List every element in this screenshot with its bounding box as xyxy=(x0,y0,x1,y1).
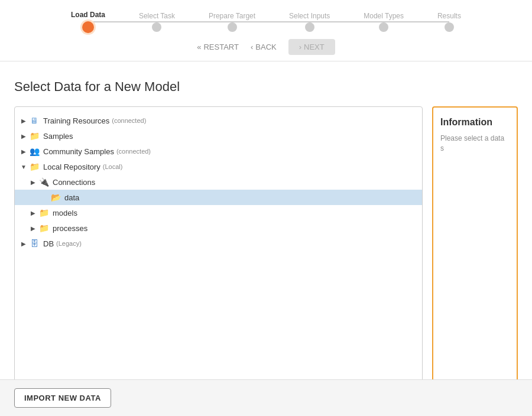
label-training-resources: Training Resources xyxy=(43,116,109,125)
step-dot-model-types xyxy=(379,22,388,32)
tree-item-samples[interactable]: ▶ 📁 Samples xyxy=(15,128,422,144)
expand-icon-db: ▶ xyxy=(20,240,28,247)
monitor-icon: 🖥 xyxy=(28,115,41,126)
label-models: models xyxy=(53,209,77,217)
wizard-bar: Load Data Select Task Prepare Target Sel… xyxy=(0,0,532,61)
restart-button[interactable]: « RESTART xyxy=(197,43,239,51)
tree-item-processes[interactable]: ▶ 📁 processes xyxy=(15,220,422,236)
wizard-steps-inner: Load Data Select Task Prepare Target Sel… xyxy=(71,11,461,33)
db-icon: 🗄 xyxy=(28,238,41,249)
step-dot-select-task xyxy=(152,22,161,32)
tree-item-local-repository[interactable]: ▼ 📁 Local Repository (Local) xyxy=(15,159,422,174)
tree-item-db-legacy[interactable]: ▶ 🗄 DB (Legacy) xyxy=(15,236,422,251)
connections-icon: 🔌 xyxy=(37,177,50,187)
back-label: BACK xyxy=(255,43,276,51)
expand-icon-connections: ▶ xyxy=(29,179,37,186)
step-prepare-target[interactable]: Prepare Target xyxy=(209,12,255,32)
page-title: Select Data for a New Model xyxy=(14,79,518,95)
tree-item-data[interactable]: 📂 data xyxy=(15,190,422,205)
label-connections: Connections xyxy=(53,178,95,187)
expand-icon-processes: ▶ xyxy=(29,225,37,232)
label-processes: processes xyxy=(53,224,87,233)
next-label: NEXT xyxy=(304,43,325,51)
label-db: DB xyxy=(43,239,54,248)
restart-label: RESTART xyxy=(203,43,238,51)
step-select-inputs[interactable]: Select Inputs xyxy=(289,12,330,32)
label-community-samples: Community Samples xyxy=(43,147,114,156)
step-label-model-types: Model Types xyxy=(364,12,404,20)
wizard-steps: Load Data Select Task Prepare Target Sel… xyxy=(12,11,520,33)
expand-icon-samples: ▶ xyxy=(20,133,28,139)
info-text: Please select a data s xyxy=(440,134,510,154)
tree-item-connections[interactable]: ▶ 🔌 Connections xyxy=(15,174,422,190)
info-title: Information xyxy=(440,117,510,128)
people-icon-community: 👥 xyxy=(28,146,41,157)
tree-item-models[interactable]: ▶ 📁 models xyxy=(15,205,422,220)
subtext-community-samples: (connected) xyxy=(116,148,151,155)
next-button[interactable]: › NEXT xyxy=(288,39,335,55)
expand-icon-models: ▶ xyxy=(29,210,37,216)
expand-icon-local: ▼ xyxy=(20,164,28,170)
expand-icon-training: ▶ xyxy=(20,118,28,124)
step-dot-prepare-target xyxy=(228,22,237,32)
step-results[interactable]: Results xyxy=(437,12,461,32)
step-label-select-inputs: Select Inputs xyxy=(289,12,330,20)
expand-icon-community: ▶ xyxy=(20,148,28,155)
next-chevron-icon: › xyxy=(299,43,301,51)
step-dot-select-inputs xyxy=(305,22,314,32)
step-model-types[interactable]: Model Types xyxy=(364,12,404,32)
subtext-training-resources: (connected) xyxy=(112,117,146,124)
bottom-bar: IMPORT NEW DATA xyxy=(0,379,532,416)
folder-icon-local: 📁 xyxy=(28,161,41,172)
folder-icon-data: 📂 xyxy=(49,192,62,203)
content-row: ▶ 🖥 Training Resources (connected) ▶ 📁 S… xyxy=(14,106,518,389)
tree-item-training-resources[interactable]: ▶ 🖥 Training Resources (connected) xyxy=(15,113,422,128)
subtext-db: (Legacy) xyxy=(56,240,82,247)
step-label-load-data: Load Data xyxy=(71,11,105,19)
tree-item-community-samples[interactable]: ▶ 👥 Community Samples (connected) xyxy=(15,144,422,159)
step-label-results: Results xyxy=(437,12,461,20)
main-content: Select Data for a New Model ▶ 🖥 Training… xyxy=(0,61,532,401)
step-dot-results xyxy=(445,22,454,32)
folder-icon-samples: 📁 xyxy=(28,131,41,141)
label-local-repository: Local Repository xyxy=(43,162,100,171)
back-button[interactable]: ‹ BACK xyxy=(251,43,277,51)
info-panel: Information Please select a data s xyxy=(432,106,518,389)
back-chevron-icon: ‹ xyxy=(251,43,253,51)
restart-icon: « xyxy=(197,43,201,51)
subtext-local-repository: (Local) xyxy=(103,163,123,170)
step-label-prepare-target: Prepare Target xyxy=(209,12,255,20)
label-samples: Samples xyxy=(43,132,73,141)
wizard-actions: « RESTART ‹ BACK › NEXT xyxy=(12,39,520,55)
folder-icon-models: 📁 xyxy=(37,207,50,218)
tree-panel[interactable]: ▶ 🖥 Training Resources (connected) ▶ 📁 S… xyxy=(14,106,423,389)
step-label-select-task: Select Task xyxy=(139,12,175,20)
step-select-task[interactable]: Select Task xyxy=(139,12,175,32)
step-dot-load-data xyxy=(82,21,94,33)
step-load-data[interactable]: Load Data xyxy=(71,11,105,33)
label-data: data xyxy=(64,193,79,202)
import-new-data-button[interactable]: IMPORT NEW DATA xyxy=(14,388,111,408)
folder-icon-processes: 📁 xyxy=(37,223,50,233)
